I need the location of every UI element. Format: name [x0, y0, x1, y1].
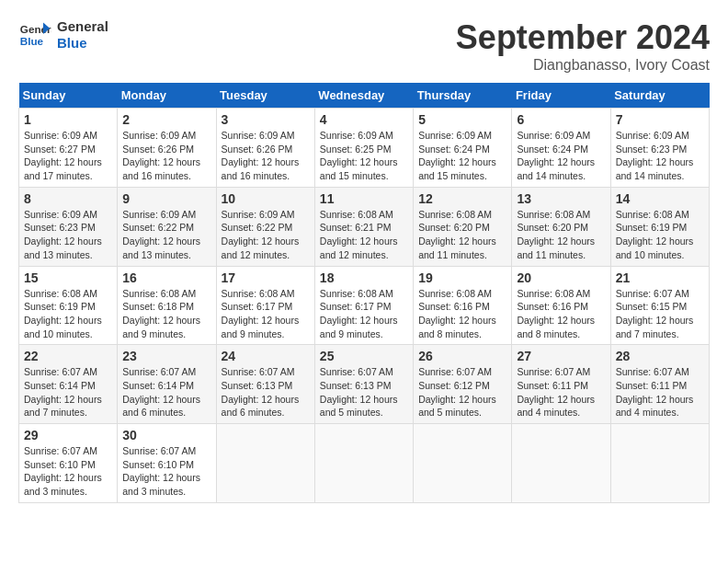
location-subtitle: Diangbanasso, Ivory Coast	[456, 57, 710, 74]
day-info: Sunrise: 6:08 AM Sunset: 6:16 PM Dayligh…	[418, 287, 506, 341]
sunrise-text: Sunrise: 6:07 AM	[122, 366, 196, 377]
calendar-day-cell: 16 Sunrise: 6:08 AM Sunset: 6:18 PM Dayl…	[118, 266, 216, 345]
calendar-day-cell: 11 Sunrise: 6:08 AM Sunset: 6:21 PM Dayl…	[314, 187, 413, 266]
day-number: 6	[517, 112, 605, 127]
day-info: Sunrise: 6:09 AM Sunset: 6:26 PM Dayligh…	[122, 129, 210, 183]
daylight-text: Daylight: 12 hours and 6 minutes.	[122, 394, 200, 419]
day-info: Sunrise: 6:07 AM Sunset: 6:11 PM Dayligh…	[616, 365, 704, 419]
sunrise-text: Sunrise: 6:09 AM	[320, 130, 393, 141]
sunrise-text: Sunrise: 6:08 AM	[320, 209, 393, 220]
sunset-text: Sunset: 6:22 PM	[222, 222, 293, 233]
day-number: 3	[222, 112, 310, 127]
calendar-day-cell: 20 Sunrise: 6:08 AM Sunset: 6:16 PM Dayl…	[512, 266, 610, 345]
calendar-day-cell: 1 Sunrise: 6:09 AM Sunset: 6:27 PM Dayli…	[19, 109, 118, 188]
sunrise-text: Sunrise: 6:09 AM	[24, 130, 97, 141]
day-number: 19	[418, 270, 506, 285]
calendar-day-cell: 25 Sunrise: 6:07 AM Sunset: 6:13 PM Dayl…	[314, 345, 413, 424]
day-number: 11	[320, 191, 408, 206]
sunrise-text: Sunrise: 6:08 AM	[24, 288, 97, 299]
daylight-text: Daylight: 12 hours and 16 minutes.	[222, 156, 300, 181]
sunrise-text: Sunrise: 6:09 AM	[222, 209, 295, 220]
day-info: Sunrise: 6:07 AM Sunset: 6:14 PM Dayligh…	[24, 365, 112, 419]
header-day-tuesday: Tuesday	[216, 83, 314, 109]
calendar-day-cell	[314, 424, 413, 503]
month-title: September 2024	[456, 18, 710, 57]
sunrise-text: Sunrise: 6:08 AM	[222, 288, 295, 299]
day-info: Sunrise: 6:07 AM Sunset: 6:10 PM Dayligh…	[24, 444, 112, 499]
day-info: Sunrise: 6:07 AM Sunset: 6:13 PM Dayligh…	[222, 365, 310, 419]
day-info: Sunrise: 6:08 AM Sunset: 6:19 PM Dayligh…	[24, 287, 112, 341]
day-number: 9	[122, 191, 210, 206]
sunrise-text: Sunrise: 6:08 AM	[122, 288, 196, 299]
sunrise-text: Sunrise: 6:07 AM	[616, 366, 689, 377]
sunset-text: Sunset: 6:10 PM	[122, 459, 194, 470]
day-info: Sunrise: 6:08 AM Sunset: 6:21 PM Dayligh…	[320, 208, 408, 262]
calendar-day-cell: 13 Sunrise: 6:08 AM Sunset: 6:20 PM Dayl…	[512, 187, 610, 266]
sunrise-text: Sunrise: 6:08 AM	[517, 288, 590, 299]
day-number: 25	[320, 349, 408, 363]
calendar-week-row: 15 Sunrise: 6:08 AM Sunset: 6:19 PM Dayl…	[19, 266, 710, 345]
calendar-table: SundayMondayTuesdayWednesdayThursdayFrid…	[18, 83, 710, 503]
day-number: 23	[122, 349, 210, 363]
calendar-day-cell: 29 Sunrise: 6:07 AM Sunset: 6:10 PM Dayl…	[19, 424, 118, 503]
sunrise-text: Sunrise: 6:07 AM	[24, 366, 97, 377]
calendar-day-cell: 3 Sunrise: 6:09 AM Sunset: 6:26 PM Dayli…	[216, 109, 314, 188]
calendar-week-row: 22 Sunrise: 6:07 AM Sunset: 6:14 PM Dayl…	[19, 345, 710, 424]
sunrise-text: Sunrise: 6:09 AM	[517, 130, 590, 141]
sunrise-text: Sunrise: 6:08 AM	[320, 288, 393, 299]
sunset-text: Sunset: 6:11 PM	[616, 380, 688, 391]
day-info: Sunrise: 6:08 AM Sunset: 6:17 PM Dayligh…	[222, 287, 310, 341]
daylight-text: Daylight: 12 hours and 8 minutes.	[517, 315, 595, 339]
calendar-day-cell: 9 Sunrise: 6:09 AM Sunset: 6:22 PM Dayli…	[118, 187, 216, 266]
daylight-text: Daylight: 12 hours and 13 minutes.	[24, 236, 102, 260]
title-block: September 2024 Diangbanasso, Ivory Coast	[456, 18, 710, 74]
header-day-sunday: Sunday	[19, 83, 118, 109]
sunrise-text: Sunrise: 6:07 AM	[320, 366, 393, 377]
daylight-text: Daylight: 12 hours and 3 minutes.	[122, 472, 200, 497]
calendar-day-cell: 5 Sunrise: 6:09 AM Sunset: 6:24 PM Dayli…	[414, 109, 512, 188]
day-number: 5	[418, 112, 506, 127]
day-number: 24	[222, 349, 310, 363]
calendar-day-cell: 21 Sunrise: 6:07 AM Sunset: 6:15 PM Dayl…	[610, 266, 709, 345]
day-number: 22	[24, 349, 112, 363]
calendar-day-cell: 30 Sunrise: 6:07 AM Sunset: 6:10 PM Dayl…	[118, 424, 216, 503]
daylight-text: Daylight: 12 hours and 12 minutes.	[320, 236, 398, 260]
header-day-friday: Friday	[512, 83, 610, 109]
sunset-text: Sunset: 6:19 PM	[24, 301, 96, 312]
day-number: 29	[24, 428, 112, 442]
calendar-day-cell: 19 Sunrise: 6:08 AM Sunset: 6:16 PM Dayl…	[414, 266, 512, 345]
day-info: Sunrise: 6:07 AM Sunset: 6:11 PM Dayligh…	[517, 365, 605, 419]
day-number: 4	[320, 112, 408, 127]
calendar-body: 1 Sunrise: 6:09 AM Sunset: 6:27 PM Dayli…	[19, 109, 710, 503]
header-day-saturday: Saturday	[610, 83, 709, 109]
sunset-text: Sunset: 6:17 PM	[222, 301, 293, 312]
daylight-text: Daylight: 12 hours and 10 minutes.	[616, 236, 694, 260]
sunset-text: Sunset: 6:11 PM	[517, 380, 588, 391]
calendar-day-cell: 10 Sunrise: 6:09 AM Sunset: 6:22 PM Dayl…	[216, 187, 314, 266]
calendar-day-cell: 28 Sunrise: 6:07 AM Sunset: 6:11 PM Dayl…	[610, 345, 709, 424]
sunrise-text: Sunrise: 6:07 AM	[517, 366, 590, 377]
daylight-text: Daylight: 12 hours and 11 minutes.	[517, 236, 595, 260]
day-number: 8	[24, 191, 112, 206]
sunrise-text: Sunrise: 6:09 AM	[122, 209, 196, 220]
day-number: 10	[222, 191, 310, 206]
calendar-day-cell: 26 Sunrise: 6:07 AM Sunset: 6:12 PM Dayl…	[414, 345, 512, 424]
sunrise-text: Sunrise: 6:07 AM	[24, 445, 97, 456]
logo-icon: General Blue	[18, 18, 51, 52]
day-number: 14	[616, 191, 704, 206]
sunset-text: Sunset: 6:26 PM	[122, 144, 194, 155]
day-info: Sunrise: 6:09 AM Sunset: 6:22 PM Dayligh…	[122, 208, 210, 262]
calendar-day-cell: 18 Sunrise: 6:08 AM Sunset: 6:17 PM Dayl…	[314, 266, 413, 345]
daylight-text: Daylight: 12 hours and 15 minutes.	[418, 156, 496, 181]
sunrise-text: Sunrise: 6:09 AM	[24, 209, 97, 220]
sunset-text: Sunset: 6:25 PM	[320, 144, 392, 155]
day-info: Sunrise: 6:08 AM Sunset: 6:20 PM Dayligh…	[517, 208, 605, 262]
calendar-day-cell: 23 Sunrise: 6:07 AM Sunset: 6:14 PM Dayl…	[118, 345, 216, 424]
daylight-text: Daylight: 12 hours and 3 minutes.	[24, 472, 102, 497]
sunset-text: Sunset: 6:16 PM	[418, 301, 490, 312]
daylight-text: Daylight: 12 hours and 12 minutes.	[222, 236, 300, 260]
day-info: Sunrise: 6:09 AM Sunset: 6:24 PM Dayligh…	[517, 129, 605, 183]
svg-text:Blue: Blue	[20, 35, 44, 47]
calendar-day-cell: 12 Sunrise: 6:08 AM Sunset: 6:20 PM Dayl…	[414, 187, 512, 266]
sunset-text: Sunset: 6:13 PM	[320, 380, 392, 391]
